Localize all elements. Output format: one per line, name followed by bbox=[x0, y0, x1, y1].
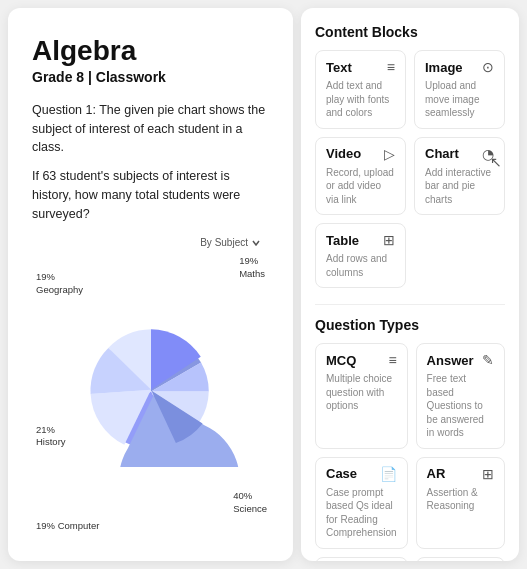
case-icon: 📄 bbox=[380, 466, 397, 482]
video-icon: ▷ bbox=[384, 146, 395, 162]
block-video[interactable]: Video ▷ Record, upload or add video via … bbox=[315, 137, 406, 216]
right-panel: Content Blocks Text ≡ Add text and play … bbox=[301, 8, 519, 561]
page-title: Algebra bbox=[32, 36, 269, 67]
mcq-icon: ≡ bbox=[388, 352, 396, 368]
block-case-desc: Case prompt based Qs ideal for Reading C… bbox=[326, 486, 397, 540]
question-types-title: Question Types bbox=[315, 317, 505, 333]
block-answer[interactable]: Answer ✎ Free text based Questions to be… bbox=[416, 343, 505, 449]
block-mcq-desc: Multiple choice question with options bbox=[326, 372, 397, 413]
block-mcq[interactable]: MCQ ≡ Multiple choice question with opti… bbox=[315, 343, 408, 449]
block-chart[interactable]: Chart ◔ ↖ Add interactive bar and pie ch… bbox=[414, 137, 505, 216]
block-ar-title: AR bbox=[427, 466, 446, 481]
block-table-desc: Add rows and columns bbox=[326, 252, 395, 279]
question-types-grid: MCQ ≡ Multiple choice question with opti… bbox=[315, 343, 505, 561]
block-image-desc: Upload and move image seamlessly bbox=[425, 79, 494, 120]
chart-icon: ◔ ↖ bbox=[482, 146, 494, 162]
block-blanks[interactable]: Blanks ▭ Fill in the blanks for subjecti… bbox=[416, 557, 505, 562]
question-2: If 63 student's subjects of interest is … bbox=[32, 167, 269, 223]
image-icon: ⊙ bbox=[482, 59, 494, 75]
block-text[interactable]: Text ≡ Add text and play with fonts and … bbox=[315, 50, 406, 129]
ar-icon: ⊞ bbox=[482, 466, 494, 482]
chart-container: By Subject bbox=[32, 233, 269, 541]
block-chart-title: Chart bbox=[425, 146, 459, 161]
block-table[interactable]: Table ⊞ Add rows and columns bbox=[315, 223, 406, 288]
answer-icon: ✎ bbox=[482, 352, 494, 368]
block-answer-desc: Free text based Questions to be answered… bbox=[427, 372, 494, 440]
legend-computer: 19% Computer bbox=[36, 520, 99, 531]
block-ar[interactable]: AR ⊞ Assertion & Reasoning bbox=[416, 457, 505, 549]
page-subtitle: Grade 8 | Classwork bbox=[32, 69, 269, 85]
question-1: Question 1: The given pie chart shows th… bbox=[32, 101, 269, 157]
block-video-title: Video bbox=[326, 146, 361, 161]
block-case-title: Case bbox=[326, 466, 357, 481]
content-blocks-title: Content Blocks bbox=[315, 24, 505, 40]
block-match[interactable]: Match ⇌ Match columns for added complexi… bbox=[315, 557, 408, 562]
block-answer-title: Answer bbox=[427, 353, 474, 368]
block-text-title: Text bbox=[326, 60, 352, 75]
block-case[interactable]: Case 📄 Case prompt based Qs ideal for Re… bbox=[315, 457, 408, 549]
block-text-desc: Add text and play with fonts and colors bbox=[326, 79, 395, 120]
block-video-desc: Record, upload or add video via link bbox=[326, 166, 395, 207]
chart-label: By Subject bbox=[200, 237, 261, 248]
legend-maths: 19%Maths bbox=[239, 255, 265, 280]
legend-science: 40%Science bbox=[233, 490, 267, 515]
block-image-title: Image bbox=[425, 60, 463, 75]
block-table-title: Table bbox=[326, 233, 359, 248]
left-panel: Algebra Grade 8 | Classwork Question 1: … bbox=[8, 8, 293, 561]
block-chart-desc: Add interactive bar and pie charts bbox=[425, 166, 494, 207]
pie-chart bbox=[61, 307, 241, 467]
legend-geography: 19%Geography bbox=[36, 271, 83, 296]
legend-history: 21%History bbox=[36, 424, 66, 449]
content-blocks-grid: Text ≡ Add text and play with fonts and … bbox=[315, 50, 505, 288]
table-icon: ⊞ bbox=[383, 232, 395, 248]
divider bbox=[315, 304, 505, 305]
block-ar-desc: Assertion & Reasoning bbox=[427, 486, 494, 513]
block-mcq-title: MCQ bbox=[326, 353, 356, 368]
block-image[interactable]: Image ⊙ Upload and move image seamlessly bbox=[414, 50, 505, 129]
text-icon: ≡ bbox=[387, 59, 395, 75]
cursor-pointer-icon: ↖ bbox=[490, 154, 502, 170]
